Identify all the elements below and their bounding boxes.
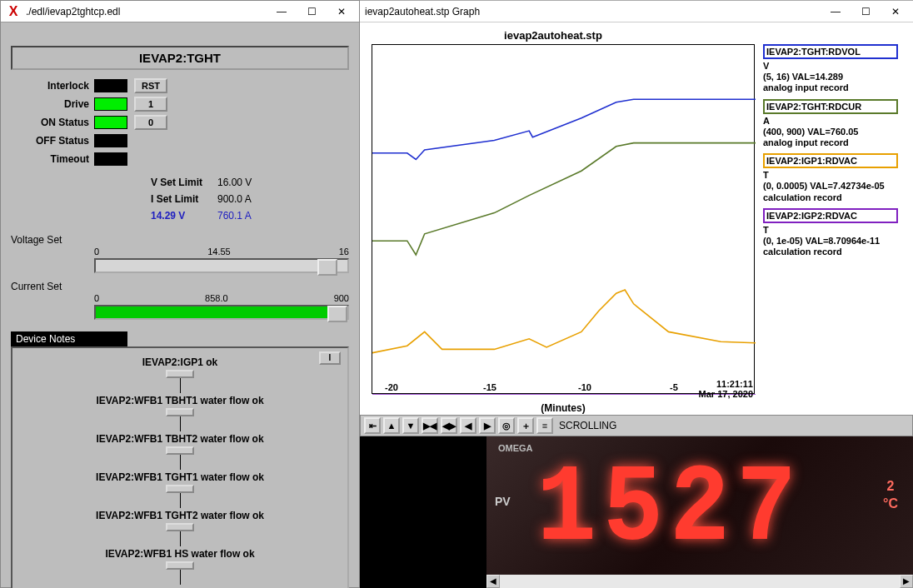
tree-node-box[interactable] [166,561,194,570]
edl-control-window: X ./edl/ievap2tghtcp.edl — ☐ ✕ IEVAP2:TG… [0,0,360,588]
timeout-label: Timeout [1,153,89,165]
maximize-button[interactable]: ☐ [304,4,319,19]
camera-panel: OMEGA PV 1527 2°C ◀ ▶ [360,436,913,588]
voltage-min: 0 [94,247,99,257]
graph-minimize-button[interactable]: — [828,4,843,19]
vset-limit-value: 16.00 V [217,177,276,193]
toolbar-up-button[interactable]: ▲ [383,417,400,434]
tree-node-box[interactable] [166,485,194,493]
legend-item: IEVAP2:IGP2:RDVACT(0, 1e-05) VAL=8.70964… [763,208,910,258]
status-block: Interlock RST Drive 1 ON Status 0 OFF St… [1,77,359,168]
toolbar-mode-label: SCROLLING [559,420,616,431]
graph-close-button[interactable]: ✕ [888,4,903,19]
series-line [372,290,756,353]
right-titlebar[interactable]: ievap2autoheat.stp Graph — ☐ ✕ [360,1,913,22]
plot-svg [372,45,756,395]
xtick: -20 [385,382,398,392]
live-voltage: 14.29 V [151,210,217,227]
series-line [372,143,756,255]
interlock-led [94,79,127,92]
left-window-title: ./edl/ievap2tghtcp.edl [26,6,274,17]
toolbar-right-button[interactable]: ▶ [479,417,496,434]
tree-node-box[interactable] [166,446,194,455]
device-notes-frame: I IEVAP2:IGP1 okIEVAP2:WFB1 TBHT1 water … [11,346,349,588]
xtick: -10 [578,382,591,392]
temperature-unit: 2°C [883,478,898,513]
on-status-label: ON Status [1,117,89,128]
graph-window: ievap2autoheat.stp Graph — ☐ ✕ ievap2aut… [360,0,913,416]
temperature-readout: 1527 [536,447,803,572]
legend-tag: IEVAP2:TGHT:RDVOL [763,44,898,59]
right-window-title: ievap2autoheat.stp Graph [365,6,828,17]
current-min: 0 [94,293,99,303]
graph-title: ievap2autoheat.stp [360,29,746,42]
omega-brand-label: OMEGA [498,443,533,453]
scroll-track[interactable] [500,575,900,588]
left-titlebar[interactable]: X ./edl/ievap2tghtcp.edl — ☐ ✕ [1,1,359,22]
voltage-slider[interactable] [94,258,349,273]
vset-limit-label: V Set Limit [151,177,217,193]
legend-text: T(0, 0.0005) VAL=7.42734e-05calculation … [763,170,910,203]
drive-label: Drive [1,98,89,110]
toolbar-prev-button[interactable]: ▶◀ [422,417,438,434]
tree-node: IEVAP2:WFB1 TGHT1 water flow ok [17,471,342,483]
legend: IEVAP2:TGHT:RDVOLV(5, 16) VAL=14.289anal… [763,44,910,262]
minimize-button[interactable]: — [274,4,289,19]
zero-button[interactable]: 0 [134,115,167,130]
tree-node: IEVAP2:WFB1 HS water flow ok [17,548,342,560]
info-button[interactable]: I [319,351,341,365]
voltage-slider-thumb[interactable] [317,259,337,276]
legend-item: IEVAP2:TGHT:RDVOLV(5, 16) VAL=14.289anal… [763,44,910,94]
toolbar-next-button[interactable]: ◀▶ [441,417,457,434]
voltage-set-label: Voltage Set [11,234,89,246]
current-slider-thumb[interactable] [327,306,347,322]
current-max: 900 [334,293,349,303]
scroll-left-icon[interactable]: ◀ [486,575,500,588]
timeout-led [94,152,127,166]
legend-item: IEVAP2:TGHT:RDCURA(400, 900) VAL=760.05a… [763,99,910,149]
pv-label: PV [495,495,511,508]
camera-scrollbar[interactable]: ◀ ▶ [486,575,913,588]
current-slider-fill [96,306,330,318]
legend-item: IEVAP2:IGP1:RDVACT(0, 0.0005) VAL=7.4273… [763,153,910,203]
toolbar-down-button[interactable]: ▼ [402,417,419,434]
interlock-label: Interlock [1,80,89,92]
tree-node: IEVAP2:IGP1 ok [17,356,342,368]
tree-node: IEVAP2:WFB1 TBHT1 water flow ok [17,395,342,406]
drive-led [94,97,127,111]
one-button[interactable]: 1 [134,97,167,112]
graph-toolbar: ⇤ ▲ ▼ ▶◀ ◀▶ ◀ ▶ ◎ ＋ ≡ SCROLLING [360,415,913,436]
legend-text: T(0, 1e-05) VAL=8.70964e-11calculation r… [763,225,910,258]
current-set-label: Current Set [11,281,89,292]
tree-node-box[interactable] [166,370,194,378]
legend-tag: IEVAP2:IGP1:RDVAC [763,153,898,168]
toolbar-first-button[interactable]: ⇤ [364,417,381,434]
off-status-led [94,134,127,147]
scroll-right-icon[interactable]: ▶ [900,575,913,588]
tree-node-box[interactable] [166,523,194,531]
interlock-tree: IEVAP2:IGP1 okIEVAP2:WFB1 TBHT1 water fl… [17,356,342,588]
panel-heading: IEVAP2:TGHT [11,46,349,70]
xtick: -5 [670,382,678,392]
current-slider-block: Current Set 0 858.0 900 [11,278,349,320]
legend-text: A(400, 900) VAL=760.05analog input recor… [763,116,910,149]
close-button[interactable]: ✕ [334,4,349,19]
camera-black-region [360,436,486,588]
series-line [372,99,756,159]
toolbar-left-button[interactable]: ◀ [460,417,476,434]
toolbar-target-button[interactable]: ◎ [498,417,515,434]
tree-node: IEVAP2:WFB1 TBHT2 water flow ok [17,433,342,445]
iset-limit-value: 900.0 A [217,193,276,210]
set-limits-block: V Set Limit 16.00 V I Set Limit 900.0 A … [151,177,359,227]
current-slider[interactable] [94,305,349,320]
plot-rect[interactable] [372,44,755,394]
toolbar-bars-button[interactable]: ≡ [536,417,553,434]
toolbar-plus-button[interactable]: ＋ [517,417,534,434]
rst-button[interactable]: RST [134,78,167,93]
on-status-led [94,116,127,129]
xaxis-timestamp: 11:21:11 Mar 17, 2020 [699,379,753,399]
device-notes-header: Device Notes [11,331,127,346]
tree-node-box[interactable] [166,408,194,416]
current-mid: 858.0 [205,293,228,303]
graph-maximize-button[interactable]: ☐ [858,4,873,19]
